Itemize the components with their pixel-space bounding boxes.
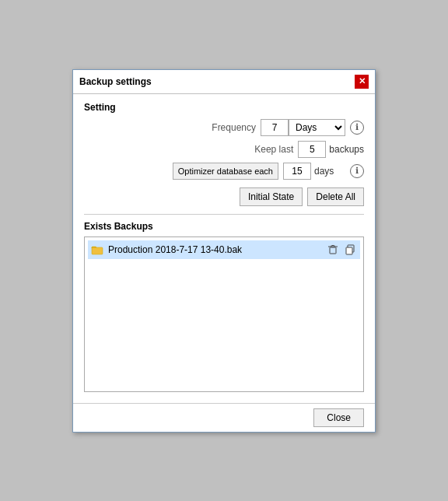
backup-settings-dialog: Backup settings ✕ Setting Frequency Days… (72, 69, 376, 433)
optimizer-label-button[interactable]: Optimizer database each (173, 163, 278, 180)
close-dialog-button[interactable]: Close (313, 408, 364, 427)
initial-state-button[interactable]: Initial State (240, 187, 303, 206)
svg-rect-0 (92, 247, 103, 254)
optimizer-input[interactable] (283, 163, 311, 180)
exists-backups-section: Exists Backups Production 2018-7-17 13-4… (84, 214, 364, 392)
frequency-input[interactable] (261, 119, 289, 136)
optimizer-info-icon[interactable]: ℹ (350, 164, 364, 178)
frequency-info-icon[interactable]: ℹ (350, 121, 364, 135)
dialog-title: Backup settings (79, 76, 152, 87)
dialog-footer: Close (73, 403, 375, 432)
optimizer-row: Optimizer database each days ℹ (84, 163, 364, 180)
close-window-button[interactable]: ✕ (355, 75, 369, 89)
title-bar: Backup settings ✕ (73, 70, 375, 94)
delete-all-button[interactable]: Delete All (307, 187, 364, 206)
backup-list: Production 2018-7-17 13-40.bak (84, 236, 364, 392)
trash-icon (327, 244, 338, 255)
svg-rect-7 (346, 247, 352, 254)
keep-last-row: Keep last backups (84, 141, 364, 158)
keep-last-unit: backups (329, 144, 364, 155)
dialog-body: Setting Frequency Days Hours Minutes Wee… (73, 94, 375, 400)
action-buttons-row: Initial State Delete All (84, 187, 364, 206)
exists-backups-label: Exists Backups (84, 221, 364, 232)
backup-item[interactable]: Production 2018-7-17 13-40.bak (88, 240, 360, 259)
keep-last-input[interactable] (298, 141, 326, 158)
settings-section-label: Setting (84, 102, 364, 113)
backup-item-actions (326, 243, 357, 257)
backup-filename: Production 2018-7-17 13-40.bak (108, 244, 323, 255)
frequency-label: Frequency (194, 122, 256, 133)
settings-section: Setting Frequency Days Hours Minutes Wee… (84, 102, 364, 180)
frequency-unit-select[interactable]: Days Hours Minutes Weeks (289, 119, 345, 136)
copy-backup-button[interactable] (343, 243, 357, 257)
copy-icon (345, 244, 355, 255)
folder-icon (91, 243, 103, 256)
frequency-row: Frequency Days Hours Minutes Weeks ℹ (84, 119, 364, 136)
keep-last-label: Keep last (231, 144, 293, 155)
svg-rect-1 (330, 247, 336, 254)
optimizer-unit: days (314, 166, 345, 177)
delete-backup-button[interactable] (326, 243, 340, 257)
